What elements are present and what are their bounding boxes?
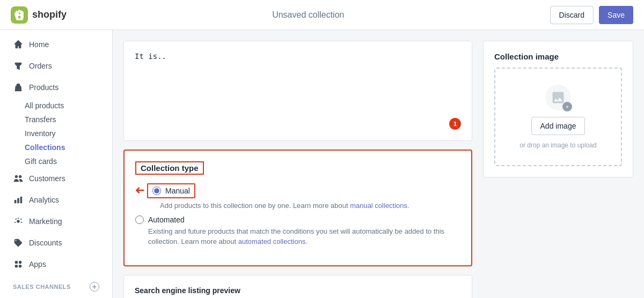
topbar-actions: Discard Save — [550, 6, 633, 24]
topbar: shopify Unsaved collection Discard Save — [0, 0, 644, 30]
description-textarea[interactable] — [135, 52, 461, 116]
add-image-button[interactable]: Add image — [531, 117, 586, 135]
automated-option: Automated Existing and future products t… — [135, 215, 460, 247]
content-sidebar: Collection image + Add image or drop an … — [483, 41, 633, 287]
analytics-icon — [13, 195, 24, 205]
apps-icon — [13, 259, 24, 270]
sidebar-item-online-store[interactable]: Online Store ⚙ — [4, 295, 108, 298]
upload-hint: or drop an image to upload — [519, 141, 596, 149]
collection-image-card: Collection image + Add image or drop an … — [483, 41, 633, 177]
automated-collections-link[interactable]: automated collections. — [238, 237, 308, 245]
sidebar-nav: Home Orders Products All products Transf… — [0, 30, 112, 298]
manual-radio-input[interactable] — [152, 187, 161, 195]
sidebar-item-marketing[interactable]: Marketing — [4, 211, 108, 232]
upload-badge: + — [562, 102, 572, 111]
seo-title: Search engine listing preview — [135, 286, 461, 295]
content-main: 1 Collection type ➜ Manual — [123, 41, 472, 287]
discounts-icon — [13, 237, 24, 248]
upload-area: + Add image or drop an image to upload — [494, 68, 622, 166]
shopify-logo: shopify — [11, 6, 67, 24]
upload-placeholder-icon: + — [545, 85, 571, 110]
sidebar-item-label: Analytics — [29, 196, 59, 204]
logo-text: shopify — [32, 9, 67, 20]
customers-icon — [13, 173, 24, 184]
sidebar-item-products[interactable]: Products — [4, 77, 108, 98]
sidebar-item-all-products[interactable]: All products — [25, 99, 112, 113]
sidebar-item-transfers[interactable]: Transfers — [25, 113, 112, 126]
discard-button[interactable]: Discard — [550, 6, 594, 24]
sidebar-item-apps[interactable]: Apps — [4, 254, 108, 274]
collection-type-title: Collection type — [135, 161, 204, 175]
home-icon — [13, 39, 24, 50]
manual-radio-description: Add products to this collection one by o… — [160, 200, 409, 211]
sidebar: Home Orders Products All products Transf… — [0, 30, 113, 298]
sidebar-item-analytics[interactable]: Analytics — [4, 190, 108, 210]
marketing-icon — [13, 216, 24, 227]
description-card: 1 — [123, 41, 472, 141]
collection-image-title: Collection image — [494, 52, 622, 61]
manual-radio-label[interactable]: Manual — [147, 183, 195, 198]
sidebar-item-label: Marketing — [29, 217, 62, 226]
sidebar-item-label: Customers — [29, 174, 65, 183]
sidebar-item-label: Orders — [29, 62, 52, 70]
seo-card: Search engine listing preview Summer col… — [123, 275, 472, 299]
sidebar-item-inventory[interactable]: Inventory — [25, 126, 112, 140]
products-icon — [13, 82, 24, 93]
collection-type-card: Collection type ➜ Manual Add products to… — [123, 150, 472, 266]
automated-radio-input[interactable] — [135, 215, 144, 224]
sidebar-item-label: Discounts — [29, 239, 62, 247]
sidebar-item-label: Apps — [29, 260, 46, 269]
sidebar-item-discounts[interactable]: Discounts — [4, 233, 108, 253]
sidebar-item-label: Products — [29, 83, 58, 92]
save-button[interactable]: Save — [599, 6, 633, 24]
manual-collections-link[interactable]: manual collections. — [350, 202, 409, 210]
sidebar-item-customers[interactable]: Customers — [4, 168, 108, 189]
automated-radio-description: Existing and future products that match … — [148, 226, 460, 247]
char-badge: 1 — [449, 118, 461, 130]
add-sales-channel-button[interactable]: + — [90, 282, 99, 292]
sidebar-item-label: Home — [29, 40, 49, 49]
content-area: 1 Collection type ➜ Manual — [113, 30, 644, 298]
topbar-left: shopify — [11, 6, 67, 24]
orders-icon — [13, 61, 24, 71]
sales-channels-title: SALES CHANNELS + — [0, 275, 112, 295]
automated-radio-label[interactable]: Automated — [135, 215, 460, 224]
sidebar-products-submenu: All products Transfers Inventory Collect… — [0, 99, 112, 168]
arrow-indicator: ➜ — [135, 184, 145, 196]
sidebar-item-collections[interactable]: Collections — [25, 140, 112, 154]
page-title: Unsaved collection — [272, 10, 344, 20]
shopify-logo-icon — [11, 6, 28, 24]
sidebar-item-gift-cards[interactable]: Gift cards — [25, 154, 112, 168]
sidebar-item-orders[interactable]: Orders — [4, 56, 108, 76]
char-badge-container: 1 — [135, 118, 461, 130]
sidebar-item-home[interactable]: Home — [4, 34, 108, 55]
main-layout: Home Orders Products All products Transf… — [0, 30, 644, 298]
